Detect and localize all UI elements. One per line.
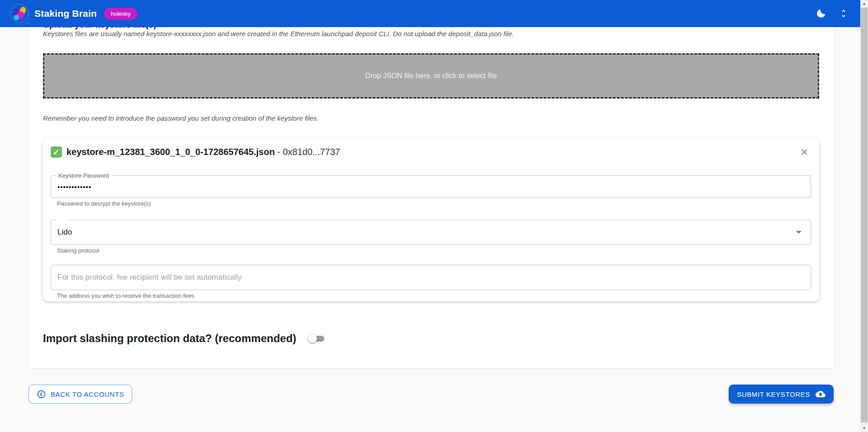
keystore-intro-note: Keystores files are usually named keysto… — [43, 30, 819, 38]
staking-protocol-helper: Staking protocol — [57, 247, 811, 254]
slashing-protection-row: Import slashing protection data? (recomm… — [43, 332, 325, 345]
dark-mode-moon-icon[interactable] — [814, 7, 828, 20]
fee-recipient-field — [51, 265, 811, 290]
staking-protocol-select[interactable]: Lido — [51, 220, 811, 245]
back-to-accounts-label: BACK TO ACCOUNTS — [51, 390, 124, 398]
keystore-card-header: ✓ keystore-m_12381_3600_1_0_0-1728657645… — [51, 146, 811, 158]
keystore-filename: keystore-m_12381_3600_1_0_0-1728657645.j… — [66, 147, 275, 157]
toggle-thumb — [308, 334, 317, 343]
submit-keystores-button[interactable]: SUBMIT KEYSTORES — [729, 385, 834, 404]
remove-keystore-button[interactable]: ✕ — [797, 146, 811, 158]
select-notch — [57, 220, 67, 220]
scrollbar-up-arrow[interactable]: ▲ — [860, 0, 868, 8]
cloud-upload-icon — [816, 389, 825, 399]
fee-recipient-input[interactable] — [51, 265, 811, 290]
keystore-title: ✓ keystore-m_12381_3600_1_0_0-1728657645… — [51, 146, 797, 158]
network-badge: holesky — [104, 8, 138, 20]
submit-keystores-label: SUBMIT KEYSTORES — [737, 390, 810, 398]
app-header: Staking Brain holesky — [0, 0, 860, 27]
scrollbar-thumb[interactable] — [861, 8, 868, 423]
upload-panel: Upload your keystore file(s) Keystores f… — [28, 18, 835, 368]
keystore-password-input[interactable] — [51, 176, 773, 197]
dappnode-logo-icon[interactable] — [10, 4, 29, 23]
scrollbar-down-arrow[interactable]: ▼ — [860, 424, 868, 432]
keystore-password-label: Keystore Password — [56, 172, 111, 179]
arrow-circle-left-icon — [37, 390, 46, 399]
unfold-more-icon[interactable] — [837, 7, 850, 20]
slashing-protection-toggle[interactable] — [308, 333, 325, 343]
keystore-password-helper: Password to decrypt the keystore(s) — [57, 200, 811, 207]
dropdown-caret-icon — [796, 231, 802, 234]
back-to-accounts-button[interactable]: BACK TO ACCOUNTS — [28, 385, 132, 404]
keystore-password-field: Keystore Password — [51, 175, 811, 198]
logo-blob-cyan — [14, 15, 19, 20]
dropzone-label: Drop JSON file here, or click to select … — [365, 72, 497, 80]
keystore-card: ✓ keystore-m_12381_3600_1_0_0-1728657645… — [43, 138, 819, 301]
fee-recipient-helper: The address you wish to receive the tran… — [57, 292, 811, 299]
page-scrollbar[interactable]: ▲ ▼ — [860, 0, 868, 432]
password-reminder-note: Remember you need to introduce the passw… — [43, 114, 819, 122]
staking-protocol-value: Lido — [57, 228, 796, 237]
slashing-protection-label: Import slashing protection data? (recomm… — [43, 332, 296, 345]
json-dropzone[interactable]: Drop JSON file here, or click to select … — [43, 53, 819, 99]
app-title: Staking Brain — [34, 8, 97, 19]
keystore-pubkey-short: - 0x81d0...7737 — [275, 147, 340, 157]
success-check-icon: ✓ — [51, 146, 62, 158]
